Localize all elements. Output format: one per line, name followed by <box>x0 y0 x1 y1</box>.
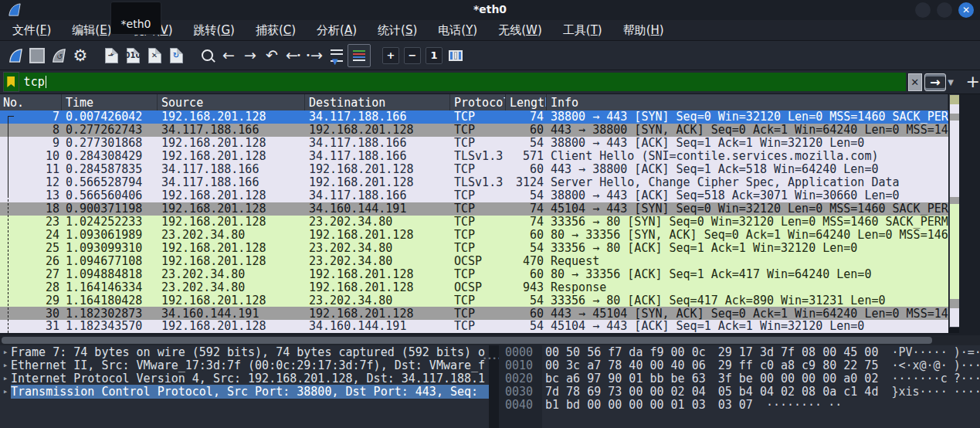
hex-bytes-1: 00 3c a7 78 40 00 40 06 <box>545 358 706 372</box>
hex-bytes-2: 3f be 00 00 00 00 a0 02 <box>718 372 879 386</box>
detail-line[interactable]: ▸Ethernet II, Src: VMware_17:3d:7f (00:0… <box>0 358 489 372</box>
maximize-button[interactable] <box>937 2 952 18</box>
menu-item-10[interactable]: 帮助(H) <box>623 23 664 38</box>
detail-line[interactable]: ▸Transmission Control Protocol, Src Port… <box>0 385 489 398</box>
packet-row[interactable]: 120.56652879434.117.188.166192.168.201.1… <box>0 176 948 189</box>
menu-item-8[interactable]: 无线(W) <box>498 23 542 38</box>
display-filter-input[interactable]: tcp <box>19 73 906 91</box>
conversation-tree-line <box>8 119 8 195</box>
previous-packet-button[interactable]: ←• <box>283 45 304 66</box>
zoom-100-button[interactable]: 1 <box>423 45 445 66</box>
detail-text: Frame 7: 74 bytes on wire (592 bits), 74… <box>11 345 485 359</box>
menu-item-4[interactable]: 捕获(C) <box>256 23 296 38</box>
column-header-time[interactable]: Time <box>62 94 158 110</box>
packet-row[interactable]: 311.182343570192.168.201.12834.160.144.1… <box>0 320 948 333</box>
stop-capture-button[interactable] <box>26 45 48 66</box>
menu-item-1[interactable]: 编辑(E) <box>72 23 111 38</box>
panel-splitter[interactable]: •••••• <box>489 345 499 428</box>
packet-row[interactable]: 90.277301868192.168.201.12834.117.188.16… <box>0 137 948 150</box>
packet-row[interactable]: 231.024252233192.168.201.12823.202.34.80… <box>0 216 948 229</box>
hex-line[interactable]: 000000 50 56 f7 da f9 00 0c29 17 3d 7f 0… <box>499 345 980 358</box>
minimize-button[interactable] <box>915 2 931 18</box>
expander-icon[interactable]: ▸ <box>0 386 11 396</box>
filter-clear-button[interactable]: ✕ <box>908 73 922 91</box>
menu-item-9[interactable]: 工具(T) <box>563 23 602 38</box>
packet-row[interactable]: 261.094677108192.168.201.12823.202.34.80… <box>0 254 948 267</box>
packet-list-scrollbar[interactable] <box>948 94 959 333</box>
hex-line[interactable]: 0020bc a6 97 90 01 bb be 633f be 00 00 0… <box>499 372 980 385</box>
restart-capture-button[interactable]: ↺ <box>48 45 70 66</box>
zoom-out-button[interactable]: − <box>402 45 423 66</box>
packet-row[interactable]: 301.18230287334.160.144.191192.168.201.1… <box>0 307 948 320</box>
detail-line[interactable]: ▸Frame 7: 74 bytes on wire (592 bits), 7… <box>0 345 489 358</box>
expander-icon[interactable]: ▸ <box>0 347 11 357</box>
packet-row[interactable]: 291.164180428192.168.201.12823.202.34.80… <box>0 294 948 307</box>
restart-fin-icon: ↺ <box>52 48 66 63</box>
hex-line[interactable]: 001000 3c a7 78 40 00 40 0629 ff c0 a8 c… <box>499 358 980 372</box>
filter-apply-button[interactable]: → <box>924 73 946 91</box>
capture-options-button[interactable]: ⚙ <box>70 45 91 66</box>
packet-row[interactable]: 70.007426042192.168.201.12834.117.188.16… <box>0 110 948 124</box>
hex-line[interactable]: 0040b1 bd 00 00 00 00 01 0303 07········… <box>499 398 980 411</box>
menu-item-7[interactable]: 电话(Y) <box>438 23 477 38</box>
open-file-button[interactable]: ⬏ <box>100 45 122 66</box>
packet-row[interactable]: 100.284308429192.168.201.12834.117.188.1… <box>0 150 948 163</box>
arrow-icon: ↶ <box>266 48 278 63</box>
column-header-info[interactable]: Info <box>547 94 948 110</box>
cell-dst: 34.117.188.166 <box>305 189 450 202</box>
hscrollbar-thumb[interactable] <box>2 337 932 344</box>
expander-icon[interactable]: ▸ <box>0 360 11 370</box>
cell-src: 192.168.201.128 <box>158 215 305 229</box>
menu-item-6[interactable]: 统计(S) <box>378 23 417 38</box>
expander-icon[interactable]: ▸ <box>0 373 11 383</box>
go-forward-button[interactable]: → <box>239 45 261 66</box>
close-button[interactable]: ✕ <box>958 2 974 18</box>
cell-info: 45104 → 443 [ACK] Seq=1 Ack=1 Win=32120 … <box>547 319 948 333</box>
next-packet-button[interactable]: •→ <box>304 45 326 66</box>
column-header-destination[interactable]: Destination <box>305 94 450 110</box>
column-header-no[interactable]: No. <box>0 94 62 110</box>
menu-item-0[interactable]: 文件(F) <box>12 23 51 38</box>
zoom-in-button[interactable]: + <box>380 45 402 66</box>
packet-row[interactable]: 80.27726274334.117.188.166192.168.201.12… <box>0 124 948 137</box>
close-file-button[interactable]: ✕ <box>144 45 165 66</box>
bookmark-icon <box>7 76 15 87</box>
cell-time: 1.093061989 <box>62 228 158 242</box>
dot-icon: • <box>297 51 301 59</box>
column-header-protocol[interactable]: Protocol <box>450 94 506 110</box>
filter-dropdown-button[interactable]: ▼ <box>948 78 955 87</box>
menu-item-5[interactable]: 分析(A) <box>317 23 357 38</box>
go-back-button[interactable]: ← <box>218 45 239 66</box>
cell-info: 38800 → 443 [SYN] Seq=0 Win=32120 Len=0 … <box>547 110 948 124</box>
filter-add-button[interactable]: + <box>966 73 980 90</box>
horizontal-scrollbar[interactable] <box>0 335 980 345</box>
packet-row[interactable]: 251.093099310192.168.201.12823.202.34.80… <box>0 241 948 254</box>
packet-row[interactable]: 241.09306198923.202.34.80192.168.201.128… <box>0 228 948 241</box>
packet-row[interactable]: 271.09488481823.202.34.80192.168.201.128… <box>0 267 948 280</box>
cell-info: 443 → 38800 [ACK] Seq=1 Ack=518 Win=6424… <box>547 162 948 176</box>
save-file-button[interactable]: 010 <box>122 45 144 66</box>
start-capture-button[interactable] <box>5 45 26 66</box>
detail-line[interactable]: ▸Internet Protocol Version 4, Src: 192.1… <box>0 372 489 385</box>
packet-row[interactable]: 180.900371198192.168.201.12834.160.144.1… <box>0 202 948 216</box>
filter-bookmark-button[interactable] <box>3 72 19 92</box>
resize-columns-button[interactable] <box>445 45 466 66</box>
find-packet-button[interactable] <box>196 45 218 66</box>
arrow-icon: → <box>244 48 256 63</box>
scrollbar-thumb[interactable] <box>949 94 960 328</box>
hex-line[interactable]: 00307d 78 69 73 00 00 02 0405 b4 04 02 0… <box>499 385 980 398</box>
packet-row[interactable]: 281.16414633423.202.34.80192.168.201.128… <box>0 280 948 294</box>
column-header-length[interactable]: Length <box>506 94 547 110</box>
menu-item-3[interactable]: 跳转(G) <box>194 23 235 38</box>
packet-row[interactable]: 130.566560406192.168.201.12834.117.188.1… <box>0 189 948 202</box>
column-header-source[interactable]: Source <box>158 94 305 110</box>
go-to-packet-button[interactable]: ↶ <box>261 45 283 66</box>
cell-len: 470 <box>506 254 547 268</box>
packet-row[interactable]: 110.28458783534.117.188.166192.168.201.1… <box>0 163 948 176</box>
reload-file-button[interactable]: ↻ <box>165 45 187 66</box>
cell-time: 0.566528794 <box>62 175 158 189</box>
auto-scroll-button[interactable]: ▼ <box>326 45 348 66</box>
hex-offset: 0040 <box>499 398 542 412</box>
colorize-button[interactable] <box>348 44 371 67</box>
ascii-1: }xis···· <box>891 385 947 399</box>
